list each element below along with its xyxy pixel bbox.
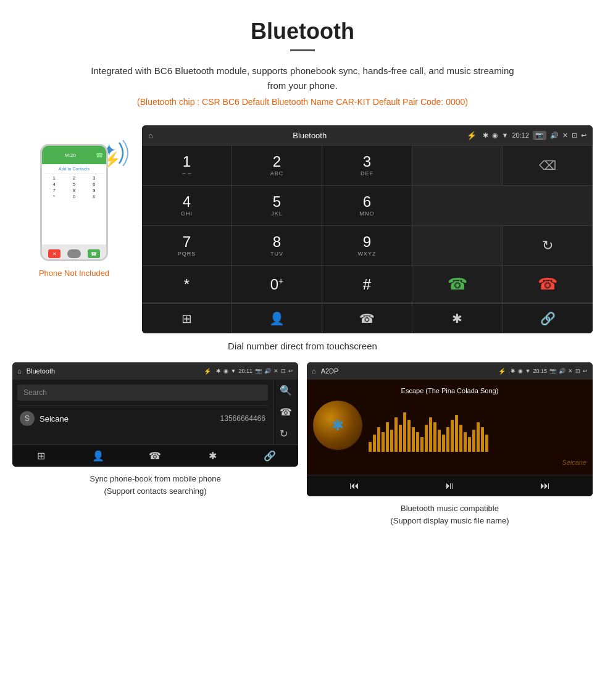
music-prev-btn[interactable]: ⏮ [307,480,402,491]
pb-nav-contacts[interactable]: 👤 [70,450,127,462]
pb-status-right: ✱ ◉ ▼ 20:11 📷 🔊 ✕ ⊡ ↩ [216,368,293,374]
bluetooth-wave-container: ✦ ⚡ M:20 ☎ Add to Contacts [40,144,108,261]
back-icon: ↩ [581,131,586,140]
camera-icon: 📷 [533,131,546,140]
music-camera-icon: 📷 [549,368,556,374]
eq-bar [429,417,432,452]
dial-key-8[interactable]: 8 TUV [232,226,322,266]
phone-body: M:20 ☎ Add to Contacts 1 2 3 4 5 6 7 [40,144,108,261]
dial-screen-container: ⌂ Bluetooth ⚡ ✱ ◉ ▼ 20:12 📷 🔊 ✕ ⊡ ↩ [142,125,593,333]
refresh-icon[interactable]: ↻ [280,428,292,440]
dial-bottom-nav: ⊞ 👤 ☎ ✱ 🔗 [142,303,593,333]
music-screen-title: A2DP [321,367,493,375]
dial-backspace-btn[interactable]: ⌫ [503,146,593,186]
music-album-art: ✱ [313,401,362,450]
eq-bar [407,420,411,452]
bottom-screenshots: ⌂ Bluetooth ⚡ ✱ ◉ ▼ 20:11 📷 🔊 ✕ ⊡ ↩ [0,362,605,527]
music-time: 20:15 [533,368,547,374]
music-play-btn[interactable]: ⏯ [402,480,497,491]
eq-bar [425,425,428,452]
eq-bar [464,432,467,452]
search-icon[interactable]: 🔍 [280,385,292,396]
window-icon: ⊡ [572,131,577,140]
bt-status-icon: ✱ [483,131,488,140]
nav-bluetooth-icon[interactable]: ✱ [412,304,503,333]
phone-mockup-area: ✦ ⚡ M:20 ☎ Add to Contacts [12,125,136,278]
phonebook-bottom-nav: ⊞ 👤 ☎ ✱ 🔗 [12,444,298,467]
backspace-icon: ⌫ [539,158,556,173]
phone-call-btn: ☎ [88,249,100,258]
phonebook-caption: Sync phone-book from mobile phone (Suppo… [12,473,298,497]
usb-icon: ⚡ [467,131,477,140]
nav-phone-icon[interactable]: ☎ [322,304,412,333]
music-caption: Bluetooth music compatible (Support disp… [307,502,593,527]
entry-avatar: S [20,411,35,426]
pb-location-icon: ◉ [223,368,228,374]
phone-hang-up-btn: ✕ [48,249,60,258]
dial-key-3[interactable]: 3 DEF [322,146,412,186]
music-back-icon: ↩ [583,368,588,374]
eq-bar [377,427,380,452]
entry-name: Seicane [40,414,220,423]
pb-nav-phone[interactable]: ☎ [127,450,184,462]
phone-key-2: 2 [64,175,83,181]
dial-key-4[interactable]: 4 GHI [142,186,232,226]
pb-volume-icon: 🔊 [264,368,271,374]
music-volume-icon: 🔊 [559,368,565,374]
music-screenshot: ⌂ A2DP ⚡ ✱ ◉ ▼ 20:15 📷 🔊 ✕ ⊡ ↩ Escape (T… [307,362,593,527]
dial-key-0[interactable]: 0+ [232,266,322,303]
pb-nav-bt[interactable]: ✱ [184,450,241,462]
phone-key-0: 0 [64,194,83,199]
nav-dialpad-icon[interactable]: ⊞ [142,304,232,333]
dial-refresh-btn[interactable]: ↻ [503,226,593,266]
pb-close-icon: ✕ [273,368,278,374]
music-bottom-nav: ⏮ ⏯ ⏭ [307,475,593,496]
dial-screen: ⌂ Bluetooth ⚡ ✱ ◉ ▼ 20:12 📷 🔊 ✕ ⊡ ↩ [142,125,593,333]
eq-bar [438,430,441,452]
dial-call-btn[interactable]: ☎ [412,266,503,303]
eq-bar [446,427,449,452]
dial-key-9[interactable]: 9 WXYZ [322,226,412,266]
phone-key-4: 4 [44,181,64,187]
dial-key-2[interactable]: 2 ABC [232,146,322,186]
dial-key-7[interactable]: 7 PQRS [142,226,232,266]
music-window-icon: ⊡ [575,368,580,374]
phonebook-screenshot: ⌂ Bluetooth ⚡ ✱ ◉ ▼ 20:11 📷 🔊 ✕ ⊡ ↩ [12,362,298,527]
eq-bar [390,430,393,452]
eq-bar [373,435,376,452]
volume-icon: 🔊 [550,131,559,140]
phone-key-6: 6 [85,181,104,187]
dial-key-star[interactable]: * [142,266,232,303]
status-right: ✱ ◉ ▼ 20:12 📷 🔊 ✕ ⊡ ↩ [483,131,586,140]
dial-hangup-btn[interactable]: ☎ [503,266,593,303]
eq-bar [472,430,475,452]
eq-bar [459,425,462,452]
phone-not-included-label: Phone Not Included [12,269,136,278]
dial-key-1[interactable]: 1 ∽∽ [142,146,232,186]
phonebook-main: Search S Seicane 13566664466 [12,380,273,444]
phonebook-right-icons: 🔍 ☎ ↻ [273,380,298,444]
phonebook-caption-line2: (Support contacts searching) [104,486,206,496]
pb-camera-icon: 📷 [255,368,262,374]
dial-key-hash[interactable]: # [322,266,412,303]
phonebook-entry: S Seicane 13566664466 [17,406,268,431]
pb-nav-link[interactable]: 🔗 [241,450,298,462]
phonebook-search[interactable]: Search [17,385,268,401]
phone-icon[interactable]: ☎ [280,406,292,418]
eq-bar [420,437,424,452]
music-next-btn[interactable]: ⏭ [498,480,593,491]
pb-window-icon: ⊡ [281,368,286,374]
music-screen: ⌂ A2DP ⚡ ✱ ◉ ▼ 20:15 📷 🔊 ✕ ⊡ ↩ Escape (T… [307,362,593,496]
phone-key-star: * [44,194,64,199]
pb-nav-dialpad[interactable]: ⊞ [12,450,70,462]
nav-link-icon[interactable]: 🔗 [503,304,593,333]
dial-key-6[interactable]: 6 MNO [322,186,412,226]
dial-key-5[interactable]: 5 JKL [232,186,322,226]
dial-empty-2 [412,186,593,226]
eq-bar [433,422,436,452]
nav-contacts-icon[interactable]: 👤 [232,304,322,333]
phone-key-1: 1 [44,175,64,181]
page-title: Bluetooth [12,19,593,44]
eq-bar [399,425,402,452]
main-content: ✦ ⚡ M:20 ☎ Add to Contacts [0,125,605,333]
